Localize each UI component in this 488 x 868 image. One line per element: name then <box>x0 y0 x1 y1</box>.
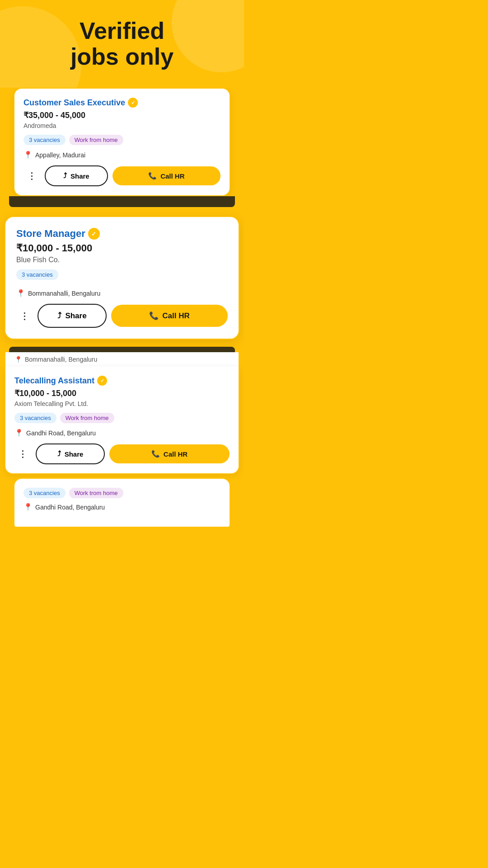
partial-card-bottom: 3 vacancies Work trom home 📍 Gandhi Road… <box>14 478 230 528</box>
job-title-3: Telecalling Assistant ✓ <box>14 376 230 386</box>
job-salary-3: ₹10,000 - 15,000 <box>14 388 230 398</box>
verified-badge-3: ✓ <box>97 376 107 386</box>
job-location-3: 📍 Gandhi Road, Bengaluru <box>14 429 230 437</box>
share-button-1[interactable]: ⤴ Share <box>45 165 108 186</box>
more-button-3[interactable]: ⋮ <box>14 447 31 461</box>
job-location-1: 📍 Appalley, Madurai <box>23 151 221 159</box>
call-hr-button-2[interactable]: 📞 Call HR <box>111 305 228 327</box>
hero-title: Verified jobs only <box>9 18 235 70</box>
job-salary-2: ₹10,000 - 15,000 <box>16 242 228 254</box>
vacancy-tag-3: 3 vacancies <box>14 413 56 423</box>
share-icon-2: ⤴ <box>57 311 61 321</box>
phone-bottom-frame <box>9 196 235 207</box>
phone-icon-2: 📞 <box>149 311 159 321</box>
call-hr-button-3[interactable]: 📞 Call HR <box>109 444 230 463</box>
job-location-4: 📍 Gandhi Road, Bengaluru <box>23 503 221 511</box>
verified-badge-2: ✓ <box>88 228 100 240</box>
location-icon-1: 📍 <box>23 151 33 159</box>
location-icon-3: 📍 <box>14 429 23 437</box>
job-company-2: Blue Fish Co. <box>16 256 228 264</box>
phone-icon-1: 📞 <box>148 172 157 180</box>
location-icon-4: 📍 <box>23 503 33 511</box>
share-button-2[interactable]: ⤴ Share <box>38 304 107 328</box>
wfh-tag-3: Work from home <box>60 413 114 423</box>
vacancy-tag-1: 3 vacancies <box>23 135 66 145</box>
cards-section: Customer Sales Executive ✓ ₹35,000 - 45,… <box>0 88 244 537</box>
job-salary-1: ₹35,000 - 45,000 <box>23 110 221 120</box>
share-icon-1: ⤴ <box>63 172 67 180</box>
job-company-3: Axiom Telecalling Pvt. Ltd. <box>14 400 230 407</box>
phone-icon-3: 📞 <box>151 450 160 458</box>
job-card-3: Telecalling Assistant ✓ ₹10,000 - 15,000… <box>5 367 239 474</box>
tags-row-1: 3 vacancies Work from home <box>23 135 221 145</box>
tags-row-3: 3 vacancies Work from home <box>14 413 230 423</box>
verified-badge-1: ✓ <box>128 98 138 108</box>
share-icon-3: ⤴ <box>57 450 61 458</box>
location-icon-2: 📍 <box>16 289 25 297</box>
location-icon-prev: 📍 <box>14 356 22 363</box>
job-title-2: Store Manager ✓ <box>16 228 228 240</box>
job-location-2: 📍 Bommanahalli, Bengaluru <box>16 289 228 297</box>
wfh-tag-4: Work trom home <box>69 488 123 498</box>
vacancy-tag-2: 3 vacancies <box>16 269 58 280</box>
tags-row-2: 3 vacancies <box>16 269 228 280</box>
job-card-1: Customer Sales Executive ✓ ₹35,000 - 45,… <box>14 88 230 196</box>
card-actions-1: ⋮ ⤴ Share 📞 Call HR <box>23 165 221 186</box>
prev-card-location-partial: 📍 Bommanahalli, Bengaluru <box>5 352 239 367</box>
card-actions-2: ⋮ ⤴ Share 📞 Call HR <box>16 304 228 328</box>
more-button-2[interactable]: ⋮ <box>16 309 33 323</box>
phone-top-frame-2 <box>9 347 235 352</box>
share-button-3[interactable]: ⤴ Share <box>36 443 105 464</box>
spacer <box>5 207 239 216</box>
card-actions-3: ⋮ ⤴ Share 📞 Call HR <box>14 443 230 464</box>
bottom-tags: 3 vacancies Work trom home <box>23 488 221 498</box>
wfh-tag-1: Work from home <box>69 135 123 145</box>
hero-section: Verified jobs only <box>0 0 244 88</box>
more-button-1[interactable]: ⋮ <box>23 169 40 183</box>
job-title-1: Customer Sales Executive ✓ <box>23 98 221 108</box>
call-hr-button-1[interactable]: 📞 Call HR <box>113 166 221 185</box>
job-card-2: Store Manager ✓ ₹10,000 - 15,000 Blue Fi… <box>5 216 239 340</box>
job-company-1: Andromeda <box>23 122 221 129</box>
vacancy-tag-4: 3 vacancies <box>23 488 66 498</box>
